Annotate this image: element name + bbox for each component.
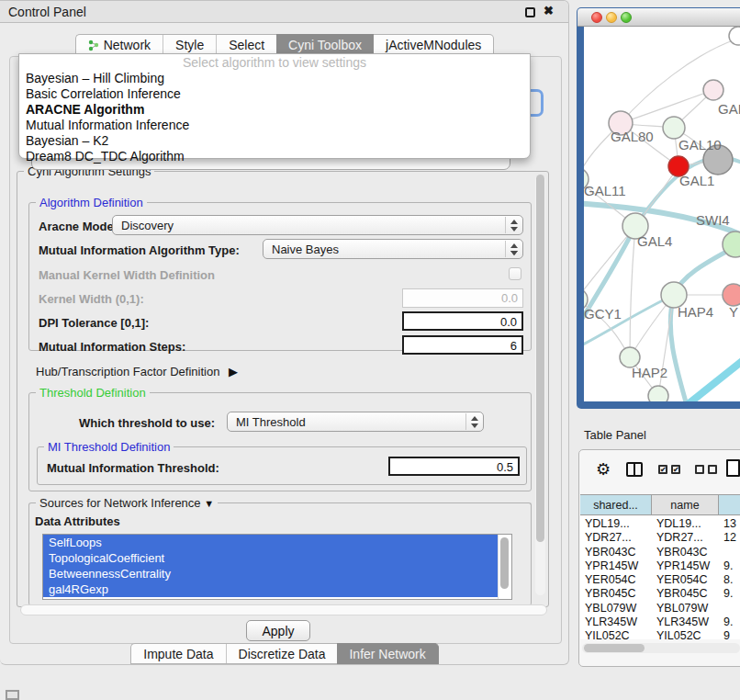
mi-type-label: Mutual Information Algorithm Type: bbox=[39, 243, 240, 257]
checked-box-icon[interactable]: ✔ bbox=[671, 465, 680, 474]
settings-scrollbar[interactable] bbox=[535, 175, 545, 595]
dropdown-item[interactable]: Bayesian – Hill Climbing bbox=[26, 71, 164, 85]
hub-definition-toggle[interactable]: Hub/Transcription Factor Definition ▶ bbox=[36, 365, 238, 378]
tab-impute-data[interactable]: Impute Data bbox=[130, 643, 225, 664]
dropdown-item[interactable]: Mutual Information Inference bbox=[26, 118, 189, 132]
list-item[interactable]: gal4RGexp bbox=[43, 581, 511, 597]
mi-threshold-legend: MI Threshold Definition bbox=[44, 440, 174, 454]
column-header-partial[interactable] bbox=[719, 495, 740, 514]
table-row[interactable]: YBL079WYBL079W bbox=[580, 601, 740, 615]
list-item[interactable]: SelfLoops bbox=[43, 535, 511, 550]
unchecked-box-icon[interactable] bbox=[695, 465, 704, 474]
table-horizontal-scrollbar-thumb[interactable] bbox=[584, 644, 645, 652]
tab-select[interactable]: Select bbox=[217, 34, 276, 55]
network-icon bbox=[88, 40, 100, 54]
dropdown-item[interactable]: Dream8 DC_TDC Algorithm bbox=[26, 149, 185, 164]
gear-icon[interactable]: ⚙ bbox=[596, 459, 611, 480]
expand-right-icon[interactable]: ▶ bbox=[229, 365, 238, 378]
table-row[interactable]: YIL052CYIL052C9 bbox=[580, 628, 740, 639]
combo-stepper-icon bbox=[505, 217, 521, 233]
control-panel-window: Control Panel ✖ Network Style bbox=[0, 0, 569, 665]
mi-threshold-field[interactable]: 0.5 bbox=[388, 457, 520, 476]
node-label: GAL1 bbox=[679, 173, 714, 188]
network-canvas[interactable]: GAL GAL80 GAL10 GAL1 GAL11 SWI4 GAL4 GCY… bbox=[584, 27, 740, 401]
tab-discretize-data[interactable]: Discretize Data bbox=[227, 643, 338, 664]
application-root: Control Panel ✖ Network Style bbox=[0, 0, 740, 700]
list-item[interactable]: TopologicalCoefficient bbox=[43, 550, 511, 566]
dropdown-item-selected[interactable]: ARACNE Algorithm bbox=[26, 102, 144, 117]
cell: 12 bbox=[719, 530, 740, 544]
data-attributes-list[interactable]: SelfLoops TopologicalCoefficient Between… bbox=[42, 534, 512, 600]
document-icon[interactable] bbox=[726, 459, 740, 477]
close-icon[interactable]: ✖ bbox=[544, 4, 554, 17]
cell: YBR045C bbox=[580, 586, 652, 600]
collapse-down-icon[interactable]: ▼ bbox=[204, 498, 214, 509]
threshold-definition-group: Threshold Definition Which threshold to … bbox=[28, 392, 532, 491]
which-threshold-value: MI Threshold bbox=[236, 415, 306, 429]
minimize-traffic-light[interactable] bbox=[606, 12, 617, 23]
list-scrollbar-thumb[interactable] bbox=[500, 537, 509, 589]
settings-horizontal-scrollbar[interactable] bbox=[20, 604, 547, 615]
table-panel-title: Table Panel bbox=[584, 428, 646, 442]
cell: YBR045C bbox=[652, 586, 719, 600]
cell bbox=[719, 601, 740, 615]
control-panel-titlebar[interactable]: Control Panel ✖ bbox=[0, 1, 568, 23]
tab-cyni-toolbox[interactable]: Cyni Toolbox bbox=[276, 34, 374, 55]
cell: YER054C bbox=[580, 572, 652, 586]
table-row[interactable]: YBR043CYBR043C bbox=[580, 545, 740, 559]
cell: YLR345W bbox=[580, 615, 652, 628]
node-label: GCY1 bbox=[584, 306, 622, 322]
algorithm-dropdown: Select algorithm to view settings Bayesi… bbox=[18, 53, 531, 159]
cell: YIL052C bbox=[580, 628, 652, 639]
kernel-width-field[interactable]: 0.0 bbox=[402, 288, 523, 308]
aracne-mode-combo[interactable]: Discovery bbox=[112, 215, 523, 235]
dropdown-item[interactable]: Bayesian – K2 bbox=[26, 133, 108, 148]
settings-scrollbar-thumb[interactable] bbox=[536, 175, 544, 542]
table-horizontal-scrollbar[interactable] bbox=[582, 643, 740, 653]
network-window-titlebar[interactable] bbox=[577, 8, 740, 27]
dock-panel-icon[interactable] bbox=[6, 690, 19, 700]
table-row[interactable]: YDL19...YDL19...13 bbox=[580, 516, 740, 530]
node-label: SWI4 bbox=[696, 212, 730, 228]
combo-stepper-icon bbox=[505, 241, 521, 257]
bottom-tabbar: Impute Data Discretize Data Infer Networ… bbox=[0, 643, 569, 664]
list-item[interactable]: BetweennessCentrality bbox=[43, 566, 511, 581]
column-header-shared[interactable]: shared... bbox=[580, 495, 652, 514]
table-row[interactable]: YBR045CYBR045C9. bbox=[580, 586, 740, 600]
cell: YLR345W bbox=[652, 615, 719, 628]
unchecked-box-icon[interactable] bbox=[708, 465, 717, 474]
table-row[interactable]: YPR145WYPR145W9. bbox=[580, 559, 740, 572]
tab-style[interactable]: Style bbox=[163, 34, 216, 55]
table-row[interactable]: YDR27...YDR27...12 bbox=[580, 530, 740, 544]
aracne-mode-label: Aracne Mode: bbox=[39, 220, 118, 233]
table-row[interactable]: YER054CYER054C8. bbox=[580, 572, 740, 586]
tab-infer-network-label: Infer Network bbox=[349, 647, 425, 661]
manual-kernel-checkbox[interactable] bbox=[509, 267, 521, 280]
checked-box-icon[interactable]: ✔ bbox=[658, 465, 667, 474]
combo-stepper-icon bbox=[465, 413, 482, 430]
dpi-tolerance-field[interactable]: 0.0 bbox=[402, 311, 523, 331]
cell: 9. bbox=[719, 586, 740, 600]
mi-type-combo[interactable]: Naive Bayes bbox=[263, 239, 523, 259]
mi-steps-label: Mutual Information Steps: bbox=[39, 340, 185, 354]
algorithm-definition-legend: Algorithm Definition bbox=[36, 196, 147, 209]
cyni-algorithm-settings-group: Cyni Algorithm Settings Algorithm Defini… bbox=[17, 171, 549, 607]
tab-jactivemnodules[interactable]: jActiveMNodules bbox=[374, 34, 494, 55]
zoom-traffic-light[interactable] bbox=[621, 12, 632, 23]
which-threshold-label: Which threshold to use: bbox=[79, 416, 215, 430]
which-threshold-combo[interactable]: MI Threshold bbox=[227, 412, 484, 432]
dpi-tolerance-label: DPI Tolerance [0,1]: bbox=[39, 316, 149, 330]
tab-network[interactable]: Network bbox=[75, 34, 163, 55]
tab-style-label: Style bbox=[175, 38, 204, 52]
columns-icon[interactable] bbox=[626, 462, 643, 477]
tab-jactivemnodules-label: jActiveMNodules bbox=[386, 38, 481, 52]
mi-threshold-group: MI Threshold Definition Mutual Informati… bbox=[37, 446, 527, 485]
tab-infer-network[interactable]: Infer Network bbox=[337, 643, 438, 664]
dropdown-item[interactable]: Basic Correlation Inference bbox=[26, 86, 181, 101]
mi-steps-field[interactable]: 6 bbox=[402, 335, 523, 355]
apply-button[interactable]: Apply bbox=[246, 620, 310, 641]
close-traffic-light[interactable] bbox=[591, 12, 602, 23]
column-header-name[interactable]: name bbox=[652, 495, 719, 514]
float-window-button[interactable] bbox=[525, 7, 535, 17]
table-row[interactable]: YLR345WYLR345W9. bbox=[580, 615, 740, 628]
